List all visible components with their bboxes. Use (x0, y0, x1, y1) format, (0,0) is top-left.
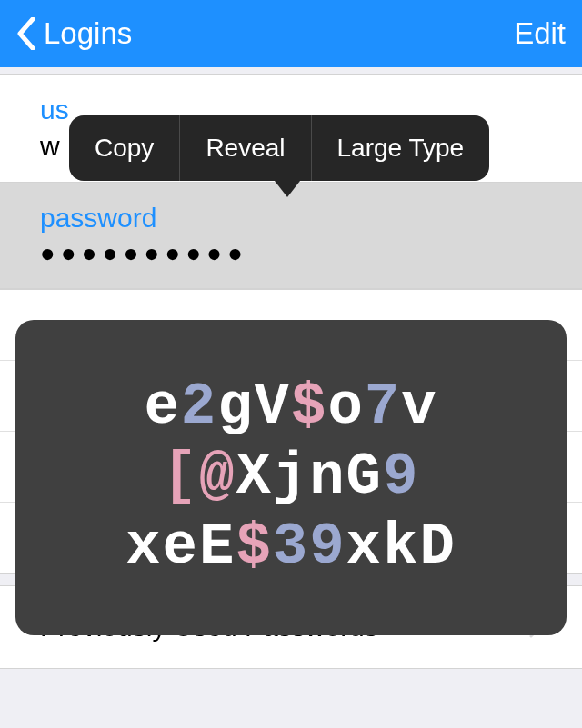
large-type-line-1: e2gV$o7v (144, 377, 437, 438)
large-type-char: e (144, 374, 180, 440)
large-type-char: o (327, 374, 364, 440)
large-type-char: 3 (273, 514, 309, 580)
nav-title: Logins (44, 16, 132, 51)
large-type-char: k (383, 514, 419, 580)
large-type-char: @ (199, 444, 236, 510)
menu-reveal[interactable]: Reveal (180, 115, 310, 181)
large-type-char: n (309, 444, 346, 510)
large-type-char: x (346, 514, 383, 580)
large-type-char: 2 (181, 374, 217, 440)
large-type-char: x (125, 514, 162, 580)
password-row[interactable]: password ●●●●●●●●●● (0, 183, 582, 289)
navigation-bar: Logins Edit (0, 0, 582, 67)
section-separator (0, 67, 582, 75)
large-type-line-2: [@XjnG9 (163, 447, 420, 508)
context-menu: Copy Reveal Large Type (69, 115, 489, 181)
large-type-char: j (273, 444, 309, 510)
large-type-char: $ (236, 514, 272, 580)
large-type-char: X (236, 444, 272, 510)
large-type-char: 9 (309, 514, 346, 580)
large-type-char: E (199, 514, 236, 580)
password-masked: ●●●●●●●●●● (40, 239, 542, 268)
large-type-overlay[interactable]: e2gV$o7v [@XjnG9 xeE$39xkD (15, 320, 567, 635)
menu-tail-icon (275, 181, 300, 197)
large-type-char: V (255, 374, 291, 440)
menu-large-type[interactable]: Large Type (312, 115, 490, 181)
large-type-char: $ (291, 374, 327, 440)
large-type-char: v (401, 374, 437, 440)
back-button[interactable]: Logins (16, 16, 132, 51)
password-label: password (40, 203, 542, 234)
menu-copy[interactable]: Copy (69, 115, 179, 181)
chevron-left-icon (16, 17, 36, 50)
divider (0, 668, 582, 669)
large-type-char: 7 (365, 374, 401, 440)
large-type-char: 9 (383, 444, 419, 510)
large-type-char: [ (163, 444, 199, 510)
large-type-char: e (163, 514, 199, 580)
large-type-char: g (217, 374, 254, 440)
large-type-line-3: xeE$39xkD (125, 517, 457, 578)
large-type-char: D (419, 514, 456, 580)
edit-button[interactable]: Edit (514, 16, 566, 51)
large-type-char: G (346, 444, 383, 510)
